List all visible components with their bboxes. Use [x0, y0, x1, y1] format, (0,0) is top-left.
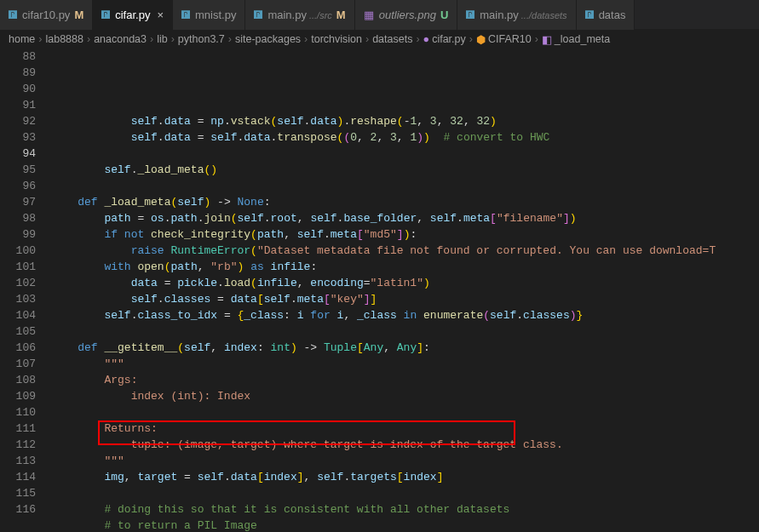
code-line[interactable]: with open(path, "rb") as infile: [51, 259, 759, 275]
tab-cifar-py[interactable]: 🅿cifar.py× [93, 0, 173, 30]
code-line[interactable]: raise RuntimeError("Dataset metadata fil… [51, 243, 759, 259]
code-line[interactable]: if not check_integrity(path, self.meta["… [51, 226, 759, 243]
code-line[interactable]: self.classes = data[self.meta["key"]] [51, 291, 759, 307]
code-line[interactable]: path = os.path.join(self.root, self.base… [51, 210, 759, 226]
symbol-icon: ● [423, 33, 430, 45]
chevron-right-icon: › [228, 33, 232, 45]
chevron-right-icon: › [304, 33, 308, 45]
line-number: 100 [0, 243, 36, 259]
code-line[interactable]: Returns: [51, 420, 759, 437]
code-line[interactable] [51, 404, 759, 420]
line-number: 107 [0, 356, 36, 372]
code-line[interactable]: def _load_meta(self) -> None: [51, 194, 759, 210]
code-line[interactable]: tuple: (image, target) where target is i… [51, 437, 759, 453]
file-icon: 🅿 [101, 10, 110, 20]
symbol-icon: ◧ [542, 33, 552, 46]
code-line[interactable] [51, 178, 759, 194]
line-number: 105 [0, 323, 36, 340]
breadcrumb-label: _load_meta [555, 33, 610, 45]
chevron-right-icon: › [171, 33, 175, 45]
file-icon: 🅿 [466, 10, 474, 20]
breadcrumb-label: CIFAR10 [488, 33, 532, 45]
breadcrumb-item[interactable]: ›lab8888 [35, 33, 83, 45]
chevron-right-icon: › [365, 33, 369, 45]
breadcrumb-item[interactable]: ›⬢CIFAR10 [466, 33, 532, 46]
breadcrumb-item[interactable]: ›torchvision [301, 33, 362, 45]
code-line[interactable]: """ [51, 453, 759, 469]
line-number: 116 [0, 501, 36, 518]
breadcrumb: home›lab8888›anaconda3›lib›python3.7›sit… [0, 30, 759, 49]
tab-cifar10-py[interactable]: 🅿cifar10.pyM [0, 0, 93, 30]
breadcrumb-item[interactable]: ›datasets [362, 33, 412, 45]
close-icon[interactable]: × [157, 9, 164, 21]
code-line[interactable] [51, 97, 759, 113]
code-line[interactable]: # doing this so that it is consistent wi… [51, 501, 759, 518]
code-line[interactable]: """ [51, 356, 759, 372]
code-line[interactable]: Args: [51, 372, 759, 388]
tab-main-py[interactable]: 🅿main.py.../datasets [457, 0, 576, 30]
line-number: 109 [0, 388, 36, 404]
chevron-right-icon: › [535, 33, 538, 45]
tab-modified-badge: M [336, 9, 346, 21]
tab-label: datas [599, 9, 626, 21]
code-line[interactable]: self.class_to_idx = {_class: i for i, _c… [51, 307, 759, 323]
symbol-icon: ⬢ [476, 33, 486, 46]
tab-modified-badge: M [74, 9, 83, 21]
breadcrumb-item[interactable]: ›python3.7 [168, 33, 225, 45]
tab-mnist-py[interactable]: 🅿mnist.py [173, 0, 245, 30]
chevron-right-icon: › [38, 33, 42, 45]
line-number: 90 [0, 81, 36, 97]
code-line[interactable]: # to return a PIL Image [51, 518, 759, 532]
line-number: 98 [0, 210, 36, 226]
line-number: 94 [0, 146, 36, 162]
code-line[interactable] [51, 485, 759, 501]
code-line[interactable] [51, 323, 759, 340]
line-number: 99 [0, 226, 36, 243]
code-area[interactable]: self.data = np.vstack(self.data).reshape… [51, 49, 759, 532]
line-number: 108 [0, 372, 36, 388]
editor: 8889909192939495969798991001011021031041… [0, 49, 759, 532]
tab-path: .../src [309, 10, 332, 20]
line-number: 115 [0, 485, 36, 501]
line-number: 110 [0, 404, 36, 420]
line-number: 101 [0, 259, 36, 275]
tab-main-py[interactable]: 🅿main.py.../srcM [245, 0, 354, 30]
line-number: 89 [0, 65, 36, 81]
chevron-right-icon: › [87, 33, 90, 45]
code-line[interactable]: self.data = np.vstack(self.data).reshape… [51, 113, 759, 129]
tab-outliers-png[interactable]: ▦outliers.pngU [355, 0, 458, 30]
tab-path: .../datasets [521, 10, 567, 20]
line-number: 97 [0, 194, 36, 210]
breadcrumb-label: site-packages [235, 33, 301, 45]
line-number: 111 [0, 420, 36, 437]
code-line[interactable] [51, 146, 759, 162]
tab-datas[interactable]: 🅿datas [577, 0, 635, 30]
code-line[interactable]: data = pickle.load(infile, encoding="lat… [51, 275, 759, 291]
line-number: 113 [0, 453, 36, 469]
file-icon: 🅿 [585, 10, 594, 20]
code-line[interactable]: index (int): Index [51, 388, 759, 404]
chevron-right-icon: › [469, 33, 473, 45]
code-line[interactable]: self.data = self.data.transpose((0, 2, 3… [51, 129, 759, 146]
code-line[interactable]: self._load_meta() [51, 162, 759, 178]
file-icon: 🅿 [181, 10, 190, 20]
code-line[interactable]: def __getitem__(self, index: int) -> Tup… [51, 340, 759, 356]
line-number: 102 [0, 275, 36, 291]
line-number: 114 [0, 469, 36, 485]
breadcrumb-item[interactable]: ›site-packages [225, 33, 301, 45]
line-number: 88 [0, 49, 36, 65]
breadcrumb-item[interactable]: ›◧_load_meta [532, 33, 611, 46]
code-line[interactable]: img, target = self.data[index], self.tar… [51, 469, 759, 485]
file-icon: 🅿 [254, 10, 262, 20]
breadcrumb-label: cifar.py [432, 33, 466, 45]
breadcrumb-label: datasets [372, 33, 412, 45]
tab-label: outliers.png [379, 9, 436, 21]
breadcrumb-item[interactable]: ›lib [147, 33, 168, 45]
line-number: 103 [0, 291, 36, 307]
breadcrumb-item[interactable]: ›●cifar.py [412, 33, 465, 45]
line-number: 96 [0, 178, 36, 194]
breadcrumb-item[interactable]: ›anaconda3 [83, 33, 147, 45]
breadcrumb-item[interactable]: home [9, 33, 35, 45]
file-icon: ▦ [364, 9, 374, 21]
file-icon: 🅿 [9, 10, 17, 20]
